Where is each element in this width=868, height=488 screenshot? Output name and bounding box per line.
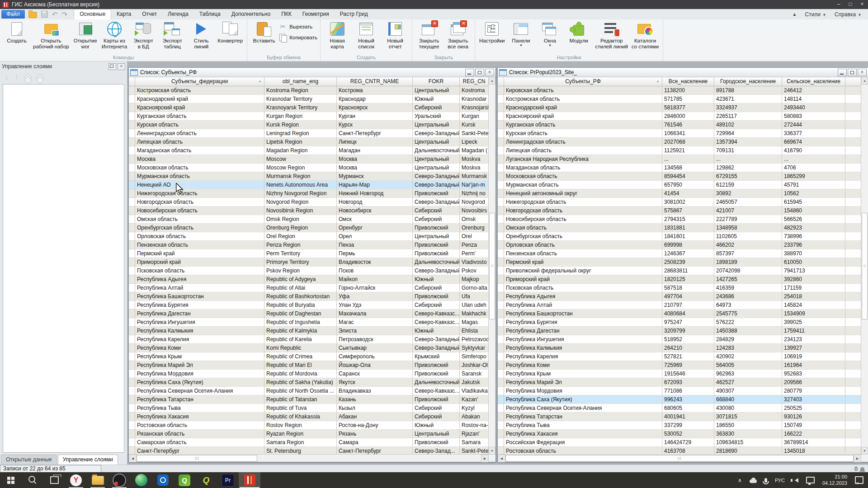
table-cell[interactable]: Республика Татарстан <box>504 413 662 421</box>
table-cell[interactable]: Йошкар-Ола <box>337 361 413 370</box>
table-cell[interactable]: 161964 <box>782 361 845 370</box>
table-cell[interactable]: 1138200 <box>662 86 714 95</box>
tab-5[interactable]: Таблица <box>194 9 226 19</box>
column-header[interactable]: REG_CN <box>460 77 489 86</box>
table-cell[interactable]: 672093 <box>662 378 714 387</box>
row-selector[interactable] <box>498 129 504 138</box>
row-selector[interactable] <box>498 121 504 129</box>
table-cell[interactable]: 1534909 <box>782 310 845 318</box>
ribbon-button-copy[interactable]: Копировать <box>279 34 317 41</box>
table-cell[interactable]: Республика Башкортостан <box>135 292 264 301</box>
table-cell[interactable]: Республика Башкортостан <box>504 310 662 318</box>
table-cell[interactable]: Симферополь <box>337 352 413 361</box>
table-row[interactable]: Орловская область699998466202233796 <box>498 241 861 249</box>
table-cell[interactable]: 336377 <box>782 129 845 138</box>
table-cell[interactable]: Курск <box>337 121 413 129</box>
table-cell[interactable]: Murmansk Region <box>264 172 337 181</box>
table-cell[interactable]: 699998 <box>662 241 714 249</box>
table-cell[interactable]: Республика Татарстан <box>135 395 264 404</box>
tab-2[interactable]: Карта <box>111 9 137 19</box>
table-cell[interactable]: 891788 <box>714 86 782 95</box>
table-row[interactable]: Луганская Народная Республика......... <box>498 155 861 164</box>
table-cell[interactable]: 399025 <box>782 318 845 327</box>
table-cell[interactable]: Центральный <box>413 164 460 172</box>
table-cell[interactable]: 280779 <box>782 387 845 395</box>
row-selector[interactable] <box>129 198 135 206</box>
table-cell[interactable]: Lipetsk Region <box>264 138 337 146</box>
ribbon-button-close-current[interactable]: ✕Закрыть текущее <box>415 20 443 50</box>
table-cell[interactable]: 466202 <box>714 241 782 249</box>
table-cell[interactable]: Липецк <box>337 138 413 146</box>
taskbar-app-blue-hexagon[interactable] <box>152 472 174 488</box>
row-selector[interactable] <box>129 370 135 378</box>
table-cell[interactable]: Новосибирск <box>337 206 413 215</box>
table-cell[interactable]: 209566 <box>782 378 845 387</box>
ribbon-button-open-wor[interactable]: Открытие wor <box>71 20 99 50</box>
table-cell[interactable]: Rjazan' <box>460 430 489 438</box>
table-cell[interactable]: 771086 <box>662 387 714 395</box>
table-cell[interactable]: Rostov-na- <box>460 421 489 430</box>
table-cell[interactable]: 490307 <box>714 387 782 395</box>
table-cell[interactable]: Сибирский <box>413 206 460 215</box>
table-cell[interactable]: Магадан <box>337 146 413 155</box>
table-cell[interactable]: Orel Region <box>264 232 337 241</box>
table-cell[interactable]: 106919 <box>782 352 845 361</box>
table-cell[interactable]: Республика Мордовия <box>135 370 264 378</box>
table-cell[interactable]: Северо-Кавказс... <box>413 310 460 318</box>
scroll-right-icon[interactable]: ▶ <box>481 455 489 462</box>
cloud-icon[interactable] <box>750 479 757 483</box>
table-row[interactable]: Приморский крайPrimorye TerritoryВладиво… <box>129 258 489 267</box>
table-cell[interactable]: 337299 <box>662 421 714 430</box>
row-selector[interactable] <box>498 189 504 198</box>
table-cell[interactable]: Kurgan <box>460 112 489 121</box>
table-cell[interactable]: 729964 <box>714 129 782 138</box>
table-cell[interactable]: Рязань <box>337 430 413 438</box>
row-selector[interactable] <box>498 146 504 155</box>
table-cell[interactable]: Краснодарский край <box>504 103 662 112</box>
table-cell[interactable]: 430080 <box>714 404 782 413</box>
move-up-icon[interactable]: ↑ <box>15 73 19 82</box>
ribbon-button-windows[interactable]: Окна▼ <box>536 20 564 47</box>
ribbon-button-export-db[interactable]: Экспорт в БД <box>129 20 157 50</box>
table-cell[interactable]: Novgorod Region <box>264 198 337 206</box>
table-cell[interactable]: 518952 <box>662 335 714 344</box>
tab-9[interactable]: Растр Грид <box>335 9 373 19</box>
network-icon[interactable] <box>806 477 815 483</box>
row-selector[interactable] <box>498 249 504 258</box>
table-cell[interactable]: Липецкая область <box>135 138 264 146</box>
table-row[interactable]: Республика АдыгеяRepublic of AdygeyaМайк… <box>129 275 489 284</box>
table-cell[interactable]: Moscow Region <box>264 164 337 172</box>
table-cell[interactable]: Республика Крым <box>504 370 662 378</box>
table-row[interactable]: Мурманская область65795061215945791 <box>498 181 861 189</box>
table-cell[interactable]: Абакан <box>337 413 413 421</box>
row-selector[interactable] <box>498 335 504 344</box>
row-selector[interactable] <box>498 112 504 121</box>
table-cell[interactable]: Republic of Mordovia <box>264 370 337 378</box>
close-button[interactable]: × <box>856 0 868 9</box>
table-cell[interactable]: Пермский край <box>135 249 264 258</box>
table-row[interactable]: Приволжский федеральный округ28683811207… <box>498 267 861 275</box>
column-header[interactable]: Субъекты_РФ▲ <box>504 77 662 86</box>
table-row[interactable]: Республика АлтайRepublic of AltaiГорно-А… <box>129 284 489 292</box>
row-selector[interactable] <box>129 206 135 215</box>
table-cell[interactable]: Kazan' <box>460 395 489 404</box>
table-cell[interactable]: Makhachk <box>460 310 489 318</box>
table-cell[interactable]: Kyzyl <box>460 404 489 413</box>
table-cell[interactable]: Москва <box>135 155 264 164</box>
table-row[interactable]: Республика Дагестан320979914503881759411 <box>498 327 861 335</box>
table-cell[interactable]: 363830 <box>714 430 782 438</box>
table-row[interactable]: Республика Коми725969564005161964 <box>498 361 861 370</box>
table-cell[interactable]: Orel <box>460 232 489 241</box>
table-cell[interactable]: Ненецкий автономный округ <box>504 189 662 198</box>
table-row[interactable]: Республика КомиKomi RepublicСыктывкарСев… <box>129 344 489 352</box>
table-cell[interactable]: 243686 <box>714 292 782 301</box>
table-cell[interactable]: Махачкала <box>337 310 413 318</box>
taskbar-app-file-explorer[interactable] <box>87 472 108 488</box>
table-cell[interactable]: Приморский край <box>135 258 264 267</box>
table-cell[interactable]: Сибирский <box>413 215 460 224</box>
table-cell[interactable]: Republic of Altai <box>264 284 337 292</box>
tab-8[interactable]: Геометрия <box>297 9 335 19</box>
row-selector[interactable] <box>129 121 135 129</box>
row-selector[interactable] <box>498 361 504 370</box>
row-selector[interactable] <box>498 95 504 103</box>
